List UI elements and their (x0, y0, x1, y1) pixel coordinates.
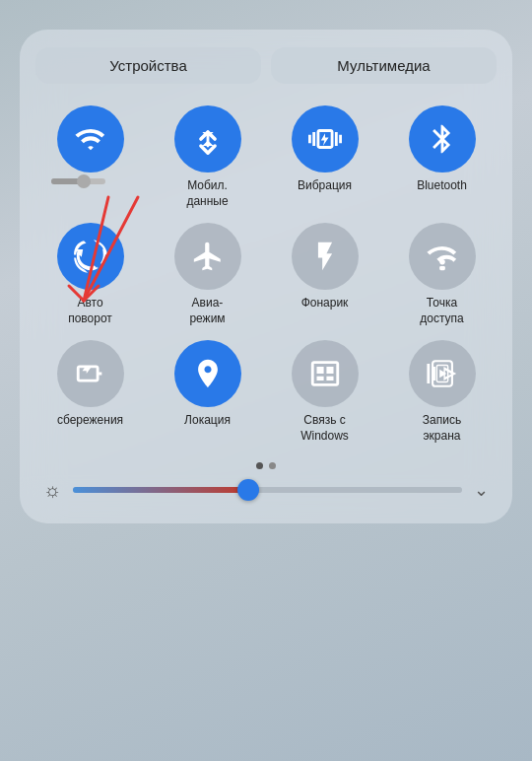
flashlight-label: Фонарик (301, 296, 349, 311)
cell-location: Локация (153, 340, 262, 444)
auto-rotate-label: Автоповорот (68, 296, 112, 326)
cell-airplane: Авиа-режим (153, 223, 262, 326)
brightness-icon: ☼ (43, 479, 61, 502)
airplane-label: Авиа-режим (189, 296, 225, 326)
cell-wifi (35, 105, 145, 209)
auto-rotate-icon (74, 240, 107, 273)
dot-1 (256, 462, 263, 469)
mobile-data-label: Мобил.данные (186, 178, 228, 209)
hotspot-button[interactable] (409, 223, 476, 290)
cell-vibration: Вибрация (270, 105, 379, 209)
battery-saver-icon (74, 357, 107, 390)
vibration-label: Вибрация (298, 178, 352, 194)
brightness-row: ☼ ⌄ (35, 479, 497, 502)
screen-record-icon (426, 357, 459, 390)
brightness-fill (73, 487, 248, 493)
location-icon (191, 357, 225, 390)
battery-saver-button[interactable] (57, 340, 124, 407)
page-dots (35, 462, 497, 469)
tab-media[interactable]: Мультимедиа (271, 47, 497, 84)
quick-tiles-grid: Мобил.данные Вибрация Bluetooth (35, 105, 497, 445)
brightness-chevron[interactable]: ⌄ (474, 479, 489, 501)
tab-devices[interactable]: Устройства (35, 47, 261, 84)
cell-flashlight: Фонарик (270, 223, 379, 326)
vibration-icon (308, 122, 342, 156)
bluetooth-label: Bluetooth (417, 178, 467, 194)
windows-link-icon (308, 357, 342, 390)
mobile-data-icon (191, 122, 225, 156)
cell-battery-saver: сбережения (35, 340, 145, 444)
airplane-icon (191, 240, 225, 273)
location-label: Локация (184, 413, 231, 429)
screen-record-button[interactable] (409, 340, 476, 407)
auto-rotate-button[interactable] (57, 223, 124, 290)
tabs-container: Устройства Мультимедиа (35, 47, 497, 84)
flashlight-button[interactable] (292, 223, 359, 290)
cell-hotspot: Точкадоступа (387, 223, 497, 326)
hotspot-label: Точкадоступа (420, 296, 463, 326)
cell-windows-link: Связь сWindows (270, 340, 379, 444)
vibration-button[interactable] (292, 105, 359, 173)
quick-settings-panel: Устройства Мультимедиа (20, 30, 512, 523)
cell-screen-record: Записьэкрана (387, 340, 497, 444)
brightness-slider[interactable] (73, 487, 462, 493)
wifi-button[interactable] (57, 105, 124, 173)
cell-bluetooth: Bluetooth (387, 105, 497, 209)
wifi-slider[interactable] (51, 178, 130, 184)
bluetooth-icon (426, 122, 459, 156)
location-button[interactable] (174, 340, 241, 407)
mobile-data-button[interactable] (174, 105, 241, 173)
cell-mobile-data: Мобил.данные (153, 105, 262, 209)
battery-saver-label: сбережения (57, 413, 123, 429)
windows-link-label: Связь сWindows (300, 413, 349, 444)
cell-auto-rotate: Автоповорот (35, 223, 145, 326)
wifi-icon (74, 122, 107, 156)
brightness-thumb[interactable] (237, 479, 259, 501)
airplane-button[interactable] (174, 223, 241, 290)
screen-record-label: Записьэкрана (423, 413, 461, 444)
flashlight-icon (308, 240, 342, 273)
bluetooth-button[interactable] (409, 105, 476, 173)
svg-rect-2 (439, 266, 445, 270)
dot-2 (269, 462, 276, 469)
hotspot-icon (426, 240, 459, 273)
windows-link-button[interactable] (292, 340, 359, 407)
